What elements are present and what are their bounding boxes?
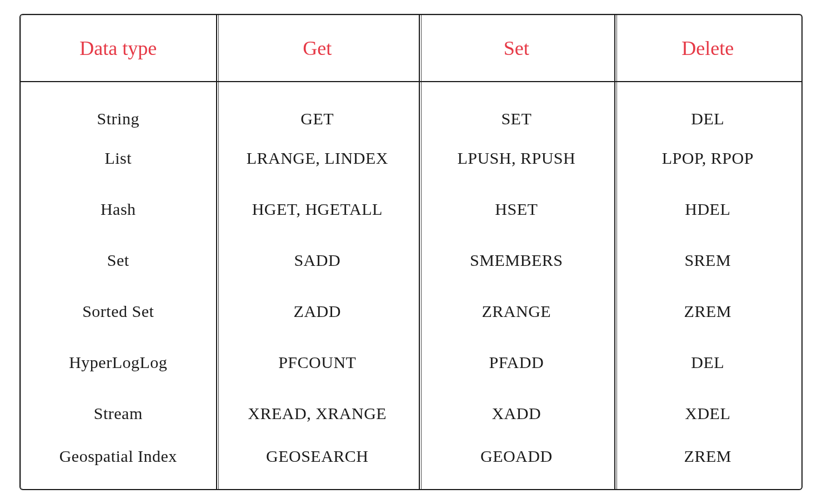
table-row: Set SADD SMEMBERS SREM [21,235,801,286]
table-row: Hash HGET, HGETALL HSET HDEL [21,184,801,235]
cell-get: SADD [216,235,419,286]
cell-data-type: HyperLogLog [21,337,216,388]
cell-data-type: Geospatial Index [21,439,216,490]
cell-data-type: Stream [21,388,216,439]
cell-get: LRANGE, LINDEX [216,133,419,184]
cell-set: SMEMBERS [419,235,614,286]
cell-set: HSET [419,184,614,235]
table-row: Stream XREAD, XRANGE XADD XDEL [21,388,801,439]
cell-set: ZRANGE [419,286,614,337]
cell-delete: SREM [614,235,801,286]
table-header-row: Data type Get Set Delete [21,15,801,82]
cell-get: GET [216,82,419,133]
cell-delete: DEL [614,337,801,388]
cell-set: GEOADD [419,439,614,490]
cell-get: ZADD [216,286,419,337]
table-row: String GET SET DEL [21,82,801,133]
table-row: HyperLogLog PFCOUNT PFADD DEL [21,337,801,388]
header-set: Set [419,15,614,82]
cell-data-type: Hash [21,184,216,235]
cell-set: PFADD [419,337,614,388]
table-row: List LRANGE, LINDEX LPUSH, RPUSH LPOP, R… [21,133,801,184]
cell-delete: ZREM [614,286,801,337]
table-body: String GET SET DEL List LRANGE, LINDEX L… [21,82,801,490]
cell-delete: DEL [614,82,801,133]
redis-commands-table: Data type Get Set Delete String GET SET … [19,14,803,490]
cell-set: SET [419,82,614,133]
cell-delete: ZREM [614,439,801,490]
cell-data-type: List [21,133,216,184]
header-get: Get [216,15,419,82]
header-data-type: Data type [21,15,216,82]
cell-data-type: Set [21,235,216,286]
cell-delete: HDEL [614,184,801,235]
table-row: Geospatial Index GEOSEARCH GEOADD ZREM [21,439,801,490]
cell-delete: LPOP, RPOP [614,133,801,184]
cell-data-type: String [21,82,216,133]
cell-get: GEOSEARCH [216,439,419,490]
table-row: Sorted Set ZADD ZRANGE ZREM [21,286,801,337]
cell-set: LPUSH, RPUSH [419,133,614,184]
cell-set: XADD [419,388,614,439]
cell-delete: XDEL [614,388,801,439]
table: Data type Get Set Delete String GET SET … [21,15,801,490]
header-delete: Delete [614,15,801,82]
cell-get: XREAD, XRANGE [216,388,419,439]
cell-get: PFCOUNT [216,337,419,388]
cell-data-type: Sorted Set [21,286,216,337]
cell-get: HGET, HGETALL [216,184,419,235]
